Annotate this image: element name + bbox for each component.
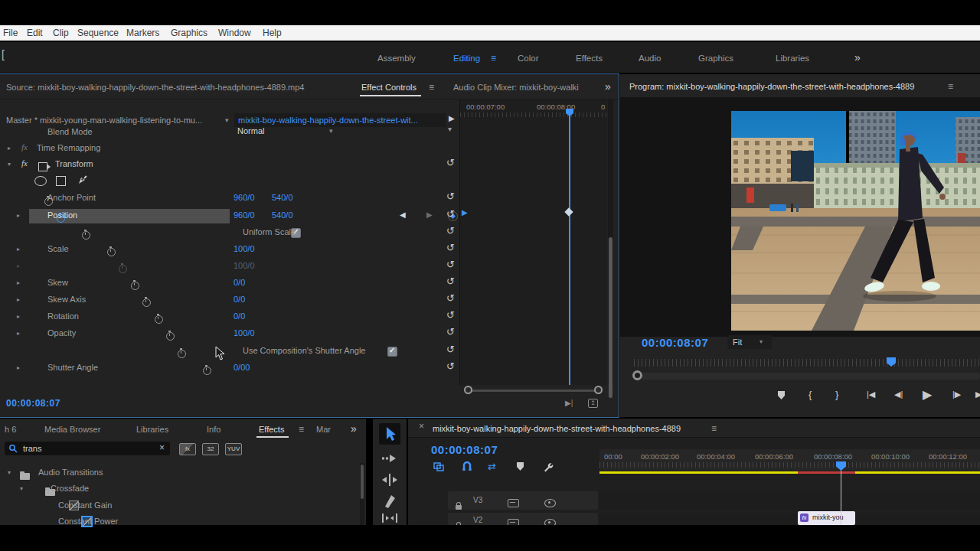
effects-scrollbar-thumb[interactable] [361, 465, 364, 499]
clip-fx-badge[interactable]: fx [800, 514, 808, 522]
linked-selection-icon[interactable]: ⇄ [488, 461, 496, 472]
tab-media-browser[interactable]: Media Browser [44, 425, 100, 434]
skew-expander[interactable]: ▸ [17, 279, 20, 286]
tab-sequence[interactable]: mixkit-boy-walking-happily-down-the-stre… [433, 424, 681, 433]
menu-graphics[interactable]: Graphics [171, 28, 207, 38]
skew-stopwatch-icon[interactable] [131, 282, 139, 290]
track-header-v2[interactable]: V2 [448, 513, 598, 525]
scale-width-reset-icon[interactable]: ↺ [446, 259, 455, 269]
tab-program-monitor[interactable]: Program: mixkit-boy-walking-happily-down… [629, 82, 914, 91]
workspace-editing-menu-icon[interactable]: ≡ [491, 53, 496, 64]
snap-magnet-icon[interactable] [461, 461, 473, 472]
selection-tool-button[interactable] [379, 423, 400, 445]
tab-libraries[interactable]: Libraries [136, 425, 168, 434]
skew-reset-icon[interactable]: ↺ [446, 276, 455, 286]
position-x-value[interactable]: 960/0 [234, 210, 255, 220]
opacity-value[interactable]: 100/0 [234, 328, 255, 337]
timeline-tab-close-icon[interactable]: × [419, 421, 424, 432]
skew-axis-expander[interactable]: ▸ [17, 296, 20, 303]
shutter-use-comp-reset-icon[interactable]: ↺ [446, 344, 455, 354]
crossfade-label[interactable]: Crossfade [51, 484, 89, 493]
timeline-clip[interactable]: fx mixkit-you [798, 511, 855, 525]
ec-keyframe-area[interactable]: 00:00:07:00 00:00:08:00 0 ▶ [459, 99, 607, 385]
menu-window[interactable]: Window [218, 28, 251, 38]
ec-play-around-icon[interactable]: ▶| [565, 399, 573, 407]
bit32-badge-icon[interactable]: 32 [202, 443, 219, 455]
shutter-angle-expander[interactable]: ▸ [17, 364, 20, 371]
menu-edit[interactable]: Edit [27, 28, 43, 38]
ec-ruler-ticks[interactable] [460, 112, 607, 117]
opacity-reset-icon[interactable]: ↺ [446, 327, 455, 337]
opacity-stopwatch-icon[interactable] [166, 332, 175, 341]
workspace-tab-assembly[interactable]: Assembly [377, 54, 416, 63]
clip-selector-box[interactable]: mixkit-boy-walking-happily-down-the-stre… [234, 113, 446, 127]
ec-vertical-scrollbar[interactable] [608, 99, 613, 385]
menu-markers[interactable]: Markers [126, 28, 159, 38]
razor-tool-icon[interactable] [379, 492, 400, 510]
slip-tool-icon[interactable] [379, 514, 400, 525]
program-fit-dropdown[interactable]: Fit ▾ [727, 335, 772, 349]
position-y-value[interactable]: 540/0 [272, 210, 293, 220]
menu-sequence[interactable]: Sequence [77, 28, 119, 38]
timeline-settings-wrench-icon[interactable] [543, 461, 554, 472]
effect-controls-menu-icon[interactable]: ≡ [429, 82, 434, 93]
position-prev-keyframe-icon[interactable]: ◀ [400, 210, 406, 219]
program-goto-out-icon[interactable]: ▶ [975, 390, 980, 399]
crossfade-expander[interactable]: ▾ [20, 485, 23, 492]
mask-pen-icon[interactable] [77, 174, 89, 186]
ec-zoom-handle-right[interactable] [594, 386, 603, 394]
nest-toggle-icon[interactable] [433, 461, 445, 472]
play-effect-icon[interactable]: ▶ [449, 114, 455, 122]
workspace-tab-audio[interactable]: Audio [639, 54, 661, 63]
menu-help[interactable]: Help [263, 28, 282, 38]
tab-project-truncated[interactable]: h 6 [5, 425, 16, 434]
track-select-forward-tool-icon[interactable] [379, 449, 400, 468]
tab-effect-controls[interactable]: Effect Controls [361, 83, 416, 92]
mask-rect-icon[interactable] [56, 176, 66, 186]
position-keyframe-diamond[interactable] [564, 207, 573, 216]
workspace-tab-editing[interactable]: Editing [453, 54, 480, 63]
effects-overflow-icon[interactable]: » [351, 422, 357, 435]
shutter-angle-value[interactable]: 0/00 [234, 363, 250, 372]
program-add-marker-icon[interactable] [778, 391, 785, 399]
timeline-add-marker-icon[interactable] [517, 462, 524, 471]
program-menu-icon[interactable]: ≡ [948, 81, 953, 92]
shutter-use-comp-checkbox[interactable] [387, 347, 397, 357]
program-step-back-icon[interactable]: ◀| [894, 390, 903, 399]
rotation-stopwatch-icon[interactable] [155, 315, 163, 324]
tab-info[interactable]: Info [207, 425, 220, 434]
shutter-use-comp-stopwatch-icon[interactable] [178, 350, 186, 358]
tab-markers-truncated[interactable]: Mar [316, 425, 331, 434]
skew-axis-value[interactable]: 0/0 [234, 295, 245, 304]
panel-overflow-icon[interactable]: » [605, 80, 611, 93]
workspace-overflow-icon[interactable]: » [854, 51, 861, 64]
rotation-value[interactable]: 0/0 [234, 311, 245, 321]
v2-track-label[interactable]: V2 [473, 516, 482, 524]
mask-ellipse-icon[interactable] [34, 176, 47, 186]
program-mark-out-icon[interactable]: } [835, 389, 838, 400]
position-next-keyframe-icon[interactable]: ▶ [426, 210, 433, 219]
constant-gain-label[interactable]: Constant Gain [58, 500, 112, 510]
blend-mode-ramp-icon[interactable]: ▾ [448, 125, 452, 133]
menu-clip[interactable]: Clip [53, 28, 69, 38]
v2-toggle-output-icon[interactable] [544, 519, 556, 525]
program-ruler[interactable] [634, 359, 980, 367]
effects-menu-icon[interactable]: ≡ [299, 424, 304, 435]
rotation-reset-icon[interactable]: ↺ [446, 310, 455, 320]
track-header-v3[interactable]: V3 [448, 491, 598, 510]
blend-mode-chevron-icon[interactable]: ▾ [329, 127, 333, 135]
anchor-point-reset-icon[interactable]: ↺ [446, 191, 455, 201]
transform-reset-icon[interactable]: ↺ [446, 158, 455, 168]
program-goto-in-icon[interactable]: |◀ [867, 390, 875, 399]
time-remapping-expander[interactable]: ▸ [8, 145, 11, 152]
tab-source-monitor[interactable]: Source: mixkit-boy-walking-happily-down-… [6, 83, 304, 92]
tab-audio-clip-mixer[interactable]: Audio Clip Mixer: mixkit-boy-walki [453, 83, 579, 92]
menu-file[interactable]: File [3, 28, 18, 38]
program-step-forward-icon[interactable]: |▶ [952, 390, 961, 399]
shutter-angle-reset-icon[interactable]: ↺ [446, 361, 455, 371]
search-clear-icon[interactable]: × [159, 442, 165, 453]
workspace-tab-libraries[interactable]: Libraries [776, 54, 809, 63]
program-play-icon[interactable]: ▶ [923, 387, 932, 402]
effects-scrollbar[interactable] [360, 463, 364, 525]
transform-expander[interactable]: ▾ [8, 161, 11, 168]
